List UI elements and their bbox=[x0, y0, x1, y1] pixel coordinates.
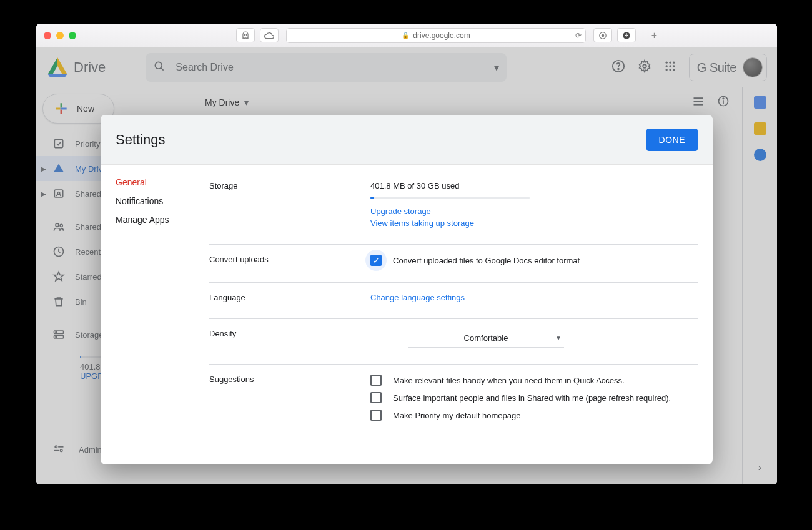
section-label: Storage bbox=[209, 181, 370, 228]
svg-point-0 bbox=[244, 34, 245, 35]
density-select[interactable]: Comfortable ▼ bbox=[408, 329, 564, 348]
suggestion-priority-homepage-checkbox[interactable] bbox=[370, 410, 382, 421]
section-label: Suggestions bbox=[209, 375, 370, 421]
section-label: Density bbox=[209, 329, 370, 348]
suggestion-shared-people-checkbox[interactable] bbox=[370, 392, 382, 403]
upgrade-storage-link[interactable]: Upgrade storage bbox=[370, 207, 698, 216]
dialog-nav-general[interactable]: General bbox=[116, 177, 194, 187]
address-bar[interactable]: 🔒 drive.google.com ⟳ bbox=[286, 28, 586, 43]
view-storage-items-link[interactable]: View items taking up storage bbox=[370, 218, 698, 228]
svg-point-1 bbox=[246, 34, 247, 35]
settings-dialog: Settings DONE General Notifications Mana… bbox=[101, 115, 713, 464]
dialog-header: Settings DONE bbox=[101, 115, 713, 165]
chevron-down-icon: ▼ bbox=[555, 335, 562, 341]
suggestion-quick-access-checkbox[interactable] bbox=[370, 375, 382, 386]
convert-uploads-checkbox[interactable] bbox=[370, 255, 382, 266]
dialog-content: Storage 401.8 MB of 30 GB used Upgrade s… bbox=[194, 165, 713, 464]
dialog-nav-notifications[interactable]: Notifications bbox=[116, 196, 194, 206]
address-text: drive.google.com bbox=[413, 31, 470, 40]
window-zoom[interactable] bbox=[69, 32, 76, 39]
convert-uploads-desc: Convert uploaded files to Google Docs ed… bbox=[393, 256, 580, 265]
modal-overlay: Settings DONE General Notifications Mana… bbox=[36, 47, 777, 484]
change-language-link[interactable]: Change language settings bbox=[370, 293, 465, 302]
section-language: Language Change language settings bbox=[209, 282, 698, 318]
extension-ghostery-icon[interactable] bbox=[236, 28, 255, 42]
suggestion-text: Make Priority my default homepage bbox=[393, 411, 520, 420]
suggestion-text: Surface important people and files in Sh… bbox=[393, 393, 671, 403]
extension-adblock-icon[interactable] bbox=[593, 28, 612, 42]
done-button[interactable]: DONE bbox=[646, 129, 698, 151]
drive-app: Drive ▾ G Suite bbox=[36, 47, 777, 484]
suggestion-text: Make relevant files handy when you need … bbox=[393, 376, 625, 385]
macos-titlebar: 🔒 drive.google.com ⟳ + bbox=[36, 24, 777, 47]
section-label: Language bbox=[209, 293, 370, 302]
window-minimize[interactable] bbox=[56, 32, 64, 39]
reload-icon[interactable]: ⟳ bbox=[575, 31, 582, 40]
section-suggestions: Suggestions Make relevant files handy wh… bbox=[209, 364, 698, 437]
downloads-icon[interactable] bbox=[617, 28, 636, 42]
svg-point-3 bbox=[602, 34, 604, 37]
density-value: Comfortable bbox=[464, 333, 508, 343]
section-convert-uploads: Convert uploads Convert uploaded files t… bbox=[209, 244, 698, 282]
dialog-nav-manage-apps[interactable]: Manage Apps bbox=[116, 215, 194, 225]
dialog-nav: General Notifications Manage Apps bbox=[101, 165, 194, 464]
new-tab-button[interactable]: + bbox=[645, 28, 663, 43]
storage-meter bbox=[370, 197, 530, 199]
storage-used: 401.8 MB of 30 GB used bbox=[370, 181, 698, 190]
window-close[interactable] bbox=[44, 32, 51, 39]
section-density: Density Comfortable ▼ bbox=[209, 318, 698, 364]
section-label: Convert uploads bbox=[209, 255, 370, 266]
lock-icon: 🔒 bbox=[402, 32, 409, 39]
dialog-title: Settings bbox=[116, 132, 166, 148]
icloud-icon[interactable] bbox=[260, 28, 279, 42]
section-storage: Storage 401.8 MB of 30 GB used Upgrade s… bbox=[209, 179, 698, 244]
